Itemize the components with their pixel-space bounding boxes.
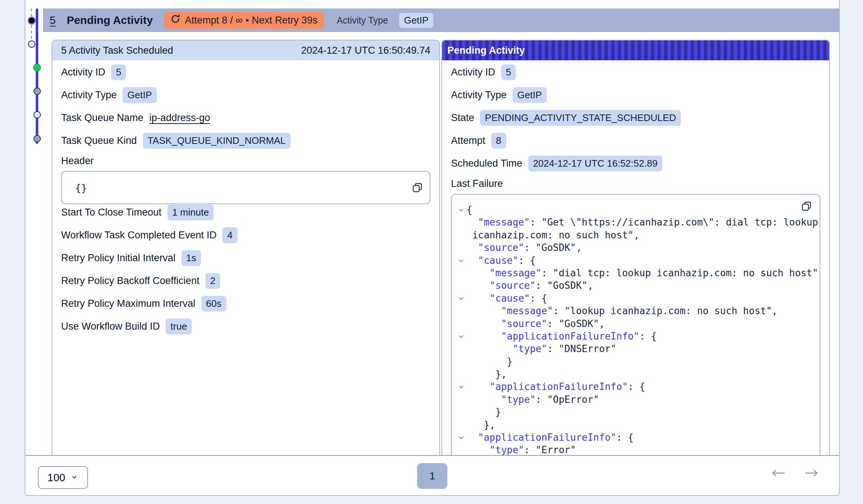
json-line: "cause": {	[455, 254, 812, 267]
timeline-line	[36, 8, 38, 144]
field-row-scheduled-time: Scheduled Time2024-12-17 UTC 16:52:52.89	[451, 155, 820, 171]
header-payload-codebox[interactable]: {}	[61, 171, 430, 204]
field-label: Use Workflow Build ID	[61, 321, 160, 332]
field-label: Workflow Task Completed Event ID	[61, 230, 216, 241]
json-line: "source": "GoSDK",	[455, 279, 812, 292]
field-value-badge: 5	[111, 64, 126, 80]
pending-activity-fields: Activity ID5Activity TypeGetIPStatePENDI…	[451, 64, 820, 171]
field-value-badge: true	[166, 319, 192, 334]
timeline-dot-event[interactable]	[34, 135, 41, 142]
event-card-timestamp: 2024-12-17 UTC 16:50:49.74	[301, 45, 430, 56]
field-row-activity-type: Activity TypeGetIP	[61, 87, 430, 103]
copy-icon[interactable]	[801, 200, 812, 212]
event-card-title: 5 Activity Task Scheduled	[61, 45, 173, 56]
event-attr-value-badge: GetIP	[399, 13, 433, 28]
timeline-dot-event-light[interactable]	[34, 111, 41, 118]
json-content: {"message": "Get \"https://icanhazip.com…	[455, 203, 812, 455]
json-code-text: },	[466, 419, 495, 431]
json-line: {	[455, 203, 812, 216]
json-line: "source": "GoSDK",	[455, 317, 812, 330]
field-value-link[interactable]: ip-address-go	[149, 112, 210, 124]
field-label: Start To Close Timeout	[61, 207, 162, 218]
field-value-badge: PENDING_ACTIVITY_STATE_SCHEDULED	[480, 110, 681, 126]
field-value-badge: 60s	[201, 296, 226, 312]
field-row-retry-policy-maximum-interval: Retry Policy Maximum Interval60s	[61, 295, 430, 312]
field-label: Activity ID	[61, 67, 105, 78]
json-code-text: "source": "GoSDK",	[466, 317, 605, 330]
json-code-text: {	[466, 203, 472, 216]
page-size-select[interactable]: 100	[38, 466, 88, 489]
pagination-bar: 100 1	[25, 455, 839, 495]
collapse-chevron-icon[interactable]	[455, 254, 466, 264]
json-line: "cause": {	[455, 292, 812, 305]
field-row-attempt: Attempt8	[451, 132, 820, 149]
field-row-activity-id: Activity ID5	[451, 64, 820, 80]
json-code-text: "applicationFailureInfo": {	[466, 380, 645, 393]
collapse-chevron-icon[interactable]	[455, 380, 466, 390]
event-id-link[interactable]: 5	[50, 14, 56, 26]
activity-task-scheduled-header: 5 Activity Task Scheduled 2024-12-17 UTC…	[52, 40, 439, 60]
json-gutter	[455, 355, 466, 359]
event-timeline	[25, 0, 43, 455]
json-code-text: "type": "DNSError"	[466, 342, 616, 355]
json-code-text: "source": "GoSDK",	[466, 279, 593, 292]
field-label: Activity Type	[61, 89, 117, 101]
json-gutter	[455, 216, 466, 219]
field-label: Activity ID	[451, 67, 495, 78]
timeline-dot-completed[interactable]	[33, 64, 41, 71]
json-line: "applicationFailureInfo": {	[455, 380, 812, 393]
timeline-dot-open[interactable]	[28, 40, 35, 48]
json-code-text: "message": "dial tcp: lookup icanhazip.c…	[466, 267, 820, 279]
field-label: Task Queue Kind	[61, 135, 137, 146]
field-label: State	[451, 112, 474, 124]
header-payload-code: {}	[75, 182, 87, 194]
pending-activity-header: Pending Activity	[442, 40, 829, 60]
json-gutter	[455, 317, 466, 321]
arrow-left-icon[interactable]	[771, 468, 785, 478]
field-label: Retry Policy Maximum Interval	[61, 298, 196, 309]
collapse-chevron-icon[interactable]	[455, 431, 466, 441]
json-gutter	[455, 342, 466, 346]
timeline-dot-pending-current[interactable]	[28, 17, 36, 25]
collapse-chevron-icon[interactable]	[455, 330, 466, 340]
json-gutter	[455, 267, 466, 270]
json-code-text: "source": "GoSDK",	[466, 241, 582, 254]
page-size-value: 100	[47, 472, 65, 484]
json-line: }	[455, 406, 812, 418]
json-line: "message": "dial tcp: lookup icanhazip.c…	[455, 267, 812, 279]
last-failure-label: Last Failure	[451, 178, 820, 189]
json-code-text: "type": "OpError"	[466, 393, 599, 406]
json-code-text: },	[466, 368, 507, 380]
json-line: "type": "OpError"	[455, 393, 812, 406]
copy-icon[interactable]	[412, 182, 423, 194]
json-gutter	[455, 393, 466, 397]
field-value-badge: 1s	[182, 250, 201, 266]
last-failure-json-viewer[interactable]: {"message": "Get \"https://icanhazip.com…	[451, 194, 820, 455]
field-label: Activity Type	[451, 89, 507, 101]
json-gutter	[455, 241, 466, 245]
collapse-chevron-icon[interactable]	[455, 292, 466, 302]
selected-event-row[interactable]: 5 Pending Activity Attempt 8 / ∞ • Next …	[43, 8, 839, 32]
field-value-badge: 4	[222, 227, 237, 243]
field-row-start-to-close-timeout: Start To Close Timeout1 minute	[61, 204, 430, 220]
retry-status-text: Attempt 8 / ∞ • Next Retry 39s	[185, 15, 317, 26]
json-code-text: icanhazip.com: no such host",	[466, 229, 640, 241]
timeline-dot-event[interactable]	[34, 88, 41, 95]
field-label: Retry Policy Initial Interval	[61, 252, 176, 264]
retry-icon	[170, 14, 180, 26]
json-code-text: "applicationFailureInfo": {	[466, 431, 634, 444]
json-gutter	[455, 305, 466, 308]
field-row-workflow-task-completed-event-id: Workflow Task Completed Event ID4	[61, 227, 430, 243]
json-gutter	[455, 368, 466, 371]
collapse-chevron-icon[interactable]	[455, 203, 466, 213]
field-row-retry-policy-initial-interval: Retry Policy Initial Interval1s	[61, 250, 430, 266]
field-label: Scheduled Time	[451, 158, 522, 169]
field-value-badge: TASK_QUEUE_KIND_NORMAL	[143, 133, 290, 149]
current-page-button[interactable]: 1	[417, 463, 447, 489]
json-line: "applicationFailureInfo": {	[455, 431, 812, 444]
arrow-right-icon[interactable]	[804, 468, 818, 478]
field-value-badge: GetIP	[123, 87, 156, 103]
field-value-badge: 1 minute	[168, 205, 214, 220]
json-line: "applicationFailureInfo": {	[455, 330, 812, 342]
json-line: },	[455, 419, 812, 431]
